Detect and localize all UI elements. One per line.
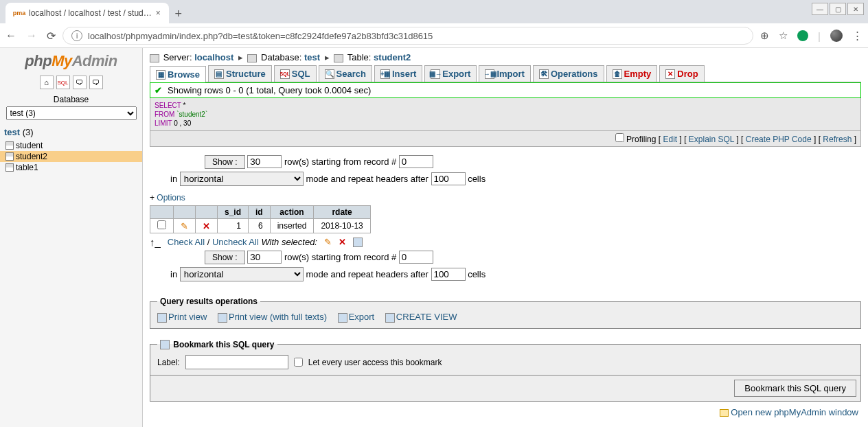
zoom-icon[interactable]: ⊕	[760, 30, 769, 42]
tab-operations[interactable]: 🛠Operations	[533, 65, 604, 82]
rows-input[interactable]	[247, 155, 282, 168]
start-input[interactable]	[399, 155, 433, 168]
profiling-checkbox[interactable]	[615, 133, 624, 142]
refresh-link[interactable]: Refresh	[823, 135, 852, 144]
maximize-icon[interactable]: ▢	[830, 3, 846, 15]
export-link[interactable]: Export	[349, 312, 375, 322]
tab-structure[interactable]: ▤Structure	[208, 65, 272, 82]
database-icon	[247, 54, 257, 62]
cell: inserted	[270, 219, 314, 233]
check-all-link[interactable]: Check All	[168, 237, 205, 247]
content-pane: Server: localhost ▸ Database: test ▸ Tab…	[143, 48, 868, 427]
sidebar: phpMyAdmin ⌂ SQL 🗨 🗨 Database test (3) t…	[0, 48, 143, 427]
docs-icon[interactable]: 🗨	[89, 76, 103, 89]
create-view-link[interactable]: CREATE VIEW	[396, 312, 457, 322]
profile-avatar-icon[interactable]	[830, 30, 843, 42]
explain-link[interactable]: Explain SQL	[689, 135, 734, 144]
show-button[interactable]: Show :	[205, 155, 245, 169]
open-new-window-link[interactable]: Open new phpMyAdmin window	[731, 407, 858, 417]
col-header[interactable]: action	[270, 206, 314, 219]
bookmark-submit-button[interactable]: Bookmark this SQL query	[734, 380, 856, 397]
menu-dots-icon[interactable]: ⋮	[852, 30, 863, 42]
tab-drop[interactable]: ✕Drop	[659, 65, 704, 82]
server-link[interactable]: localhost	[194, 52, 233, 62]
row-checkbox[interactable]	[157, 220, 166, 229]
delete-icon[interactable]: ✕	[203, 221, 210, 231]
print-icon	[157, 313, 167, 323]
tab-empty[interactable]: 🗑Empty	[606, 65, 658, 82]
repeat-input[interactable]	[431, 172, 466, 185]
tab-insert[interactable]: +▦Insert	[374, 65, 422, 82]
home-icon[interactable]: ⌂	[40, 76, 54, 89]
edit-header	[174, 206, 196, 219]
cell: 2018-10-13	[314, 219, 370, 233]
pma-logo: phpMyAdmin	[0, 48, 142, 73]
database-link[interactable]: test	[304, 52, 320, 62]
rows-input[interactable]	[247, 251, 282, 264]
back-icon[interactable]: ←	[5, 30, 16, 43]
table-row: ✎ ✕ 1 6 inserted 2018-10-13	[150, 219, 371, 233]
uncheck-all-link[interactable]: Uncheck All	[212, 237, 259, 247]
col-header[interactable]: s_id	[218, 206, 249, 219]
options-toggle: + Options	[150, 190, 861, 205]
insert-icon: +▦	[380, 69, 390, 79]
bookmark-everyone-checkbox[interactable]	[294, 358, 303, 367]
edit-icon[interactable]: ✎	[181, 221, 188, 231]
bookmark-icon	[160, 340, 170, 349]
edit-link[interactable]: Edit	[663, 135, 677, 144]
export-icon: ▦→	[431, 69, 440, 79]
extension-icon[interactable]	[797, 30, 808, 41]
status-icon[interactable]: 🗨	[73, 76, 87, 89]
start-input[interactable]	[399, 251, 433, 264]
check-icon: ✔	[155, 85, 162, 95]
table-item[interactable]: student2	[0, 151, 142, 162]
bookmark-label-input[interactable]	[185, 355, 288, 369]
database-select[interactable]: test (3)	[6, 106, 137, 120]
url-box[interactable]: i localhost/phpmyadmin/index.php?db=test…	[62, 27, 753, 45]
show-button[interactable]: Show :	[205, 251, 245, 264]
db-link[interactable]: test	[4, 127, 20, 137]
minimize-icon[interactable]: —	[812, 3, 828, 15]
tab-import[interactable]: →▦Import	[479, 65, 530, 82]
repeat-input[interactable]	[431, 268, 466, 281]
options-link[interactable]: Options	[157, 193, 185, 203]
print-full-link[interactable]: Print view (with full texts)	[229, 312, 327, 322]
forward-icon[interactable]: →	[26, 30, 37, 43]
bookmark-star-icon[interactable]: ☆	[779, 30, 788, 42]
create-php-link[interactable]: Create PHP Code	[746, 135, 812, 144]
table-item[interactable]: table1	[0, 162, 142, 173]
col-header[interactable]: id	[249, 206, 271, 219]
tab-search[interactable]: 🔍Search	[319, 65, 372, 82]
table-item[interactable]: student	[0, 140, 142, 151]
results-ops-legend: Query results operations	[157, 297, 260, 306]
current-db: test (3)	[0, 120, 142, 140]
tab-sql[interactable]: SQLSQL	[274, 65, 317, 82]
address-bar: ← → ⟳ i localhost/phpmyadmin/index.php?d…	[0, 23, 868, 48]
success-notice: ✔ Showing rows 0 - 0 (1 total, Query too…	[150, 82, 861, 98]
breadcrumb: Server: localhost ▸ Database: test ▸ Tab…	[150, 52, 861, 65]
create-view-icon	[385, 313, 395, 323]
browser-tab[interactable]: pma localhost / localhost / test / stud……	[5, 3, 169, 23]
site-info-icon[interactable]: i	[71, 30, 82, 41]
table-bc-icon	[334, 54, 343, 62]
window-controls: — ▢ ✕	[812, 3, 864, 15]
sql-icon[interactable]: SQL	[56, 76, 70, 89]
bulk-export-icon[interactable]	[353, 238, 363, 247]
tab-browse[interactable]: ▦Browse	[150, 66, 206, 82]
print-view-link[interactable]: Print view	[168, 312, 207, 322]
close-window-icon[interactable]: ✕	[847, 3, 864, 15]
col-header[interactable]: rdate	[314, 206, 370, 219]
table-link[interactable]: student2	[374, 52, 411, 62]
tab-export[interactable]: ▦→Export	[424, 65, 477, 82]
drop-icon: ✕	[665, 69, 675, 79]
mode-select[interactable]: horizontal	[180, 172, 304, 186]
tab-close-icon[interactable]: ×	[156, 8, 161, 18]
mode-select[interactable]: horizontal	[180, 267, 304, 281]
reload-icon[interactable]: ⟳	[47, 30, 56, 43]
table-icon	[5, 152, 14, 161]
new-tab-button[interactable]: +	[169, 4, 188, 23]
check-all-row: ↑_ Check All / Uncheck All With selected…	[150, 233, 861, 251]
bulk-delete-icon[interactable]: ✕	[339, 237, 346, 247]
quick-icons: ⌂ SQL 🗨 🗨	[0, 76, 142, 89]
bulk-edit-icon[interactable]: ✎	[324, 237, 332, 247]
